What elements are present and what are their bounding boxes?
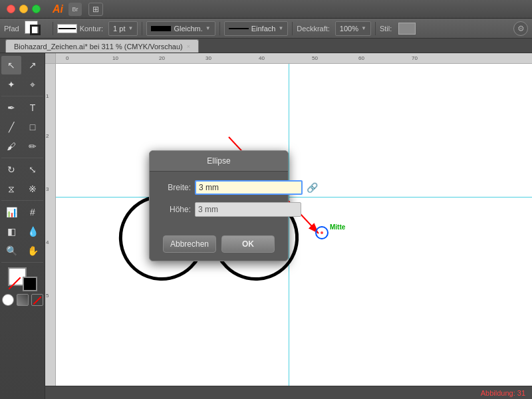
traffic-lights: [7, 5, 41, 13]
ruler-vtick-1: 1: [46, 93, 49, 99]
color-mode-btn[interactable]: [2, 294, 14, 306]
type-tool[interactable]: T: [23, 98, 43, 117]
breite-row: Breite: 🔗: [159, 180, 279, 196]
ruler-corner: [45, 53, 56, 64]
deckkraft-value[interactable]: 100% ▼: [335, 21, 371, 36]
gleichm-selector[interactable]: Gleichm. ▼: [146, 21, 215, 36]
mesh-tool[interactable]: #: [23, 203, 43, 221]
bridge-icon[interactable]: Br: [68, 3, 82, 16]
rotate-tool[interactable]: ↻: [1, 160, 21, 179]
dialog-body: Breite: 🔗 Höhe:: [150, 172, 288, 231]
hand-tool[interactable]: ✋: [23, 241, 43, 260]
scale-tool[interactable]: ⤡: [23, 160, 43, 179]
pencil-tool[interactable]: ✏: [23, 137, 43, 156]
none-mode-btn[interactable]: [31, 294, 43, 306]
none-indicator: [9, 277, 21, 289]
hoehe-input[interactable]: [195, 202, 301, 217]
rect-tool[interactable]: □: [23, 118, 43, 136]
stil-preview[interactable]: [398, 23, 416, 35]
kontur-label: Kontur:: [80, 25, 103, 33]
stil-label: Stil:: [380, 25, 392, 33]
workspace-icon[interactable]: ⊞: [88, 3, 103, 16]
symbol-tool[interactable]: ※: [23, 180, 43, 198]
selection-tool[interactable]: ↖: [1, 56, 21, 74]
canvas-area[interactable]: 0 10 20 30 40 50 60 70 1 2 3 4 5: [45, 53, 532, 399]
breite-label: Breite:: [159, 183, 191, 192]
settings-icon[interactable]: ⚙: [513, 21, 528, 36]
white-canvas: Mitte Ellipse Breite: 🔗 Höhe:: [56, 64, 532, 399]
tabbar: Biohazard_Zeichen.ai* bei 311 % (CMYK/Vo…: [0, 39, 532, 53]
app-logo: Ai: [53, 3, 63, 15]
hoehe-label: Höhe:: [159, 205, 191, 214]
pen-tool[interactable]: ✒: [1, 98, 21, 117]
document-tab[interactable]: Biohazard_Zeichen.ai* bei 311 % (CMYK/Vo…: [5, 39, 199, 53]
fg-bg-boxes[interactable]: [8, 267, 37, 291]
gradient-mode-btn[interactable]: [17, 294, 29, 306]
ruler-vtick-2: 2: [46, 133, 49, 139]
ruler-tick-60: 60: [358, 55, 364, 61]
main-area: ↖ ↗ ✦ ⌖ ✒ T ╱ □ 🖌 ✏ ↻ ⤡ ⧖ ※ 📊 # ◧ 💧 🔍 ✋: [0, 53, 532, 399]
magic-wand-tool[interactable]: ✦: [1, 75, 21, 94]
dialog-buttons: Abbrechen OK: [150, 231, 288, 261]
stroke-color-preview[interactable]: [57, 24, 77, 33]
separator3: [219, 22, 220, 35]
cancel-button[interactable]: Abbrechen: [163, 235, 216, 253]
ruler-vtick-4: 4: [46, 239, 49, 245]
ruler-vtick-3: 3: [46, 186, 49, 192]
hoehe-row: Höhe:: [159, 202, 279, 217]
ruler-tick-30: 30: [205, 55, 211, 61]
ruler-tick-10: 10: [112, 55, 118, 61]
left-toolbar: ↖ ↗ ✦ ⌖ ✒ T ╱ □ 🖌 ✏ ↻ ⤡ ⧖ ※ 📊 # ◧ 💧 🔍 ✋: [0, 53, 45, 399]
tab-title: Biohazard_Zeichen.ai* bei 311 % (CMYK/Vo…: [14, 43, 183, 51]
abbildung-text: Abbildung: 31: [481, 389, 525, 397]
fill-stroke-indicator[interactable]: [25, 19, 46, 38]
dialog-title: Ellipse: [150, 151, 288, 172]
brush-tool[interactable]: 🖌: [1, 137, 21, 156]
blend-tool[interactable]: ⧖: [1, 180, 21, 198]
ruler-vertical: 1 2 3 4 5: [45, 53, 56, 399]
deckkraft-label: Deckkraft:: [297, 25, 330, 33]
color-swatches: [1, 265, 43, 309]
ellipse-dialog: Ellipse Breite: 🔗 Höhe: Abbrechen OK: [149, 150, 289, 261]
titlebar: Ai Br ⊞: [0, 0, 532, 19]
ruler-tick-50: 50: [312, 55, 318, 61]
ruler-tick-20: 20: [159, 55, 165, 61]
ruler-tick-0: 0: [66, 55, 68, 61]
separator4: [292, 22, 293, 35]
separator5: [375, 22, 376, 35]
toolbar: Pfad Kontur: 1 pt ▼ Gleichm. ▼ Einfach ▼…: [0, 19, 532, 39]
ruler-tick-70: 70: [412, 55, 418, 61]
background-color[interactable]: [23, 277, 37, 291]
mitte-label: Mitte: [330, 223, 345, 231]
direct-selection-tool[interactable]: ↗: [23, 56, 43, 74]
ruler-vtick-5: 5: [46, 293, 49, 299]
maximize-button[interactable]: [32, 5, 41, 13]
close-button[interactable]: [7, 5, 15, 13]
lock-icon[interactable]: 🔗: [307, 180, 318, 196]
ok-button[interactable]: OK: [221, 235, 275, 253]
separator1: [53, 22, 53, 35]
column-graph-tool[interactable]: 📊: [1, 203, 21, 221]
pfad-label: Pfad: [4, 25, 19, 33]
eyedropper-tool[interactable]: 💧: [23, 222, 43, 241]
separator2: [142, 22, 142, 35]
minimize-button[interactable]: [19, 5, 28, 13]
statusbar: Abbildung: 31: [45, 386, 532, 399]
einfach-selector[interactable]: Einfach ▼: [224, 21, 289, 36]
tab-close-button[interactable]: ×: [187, 43, 190, 50]
zoom-tool[interactable]: 🔍: [1, 241, 21, 260]
ruler-horizontal: 0 10 20 30 40 50 60 70: [56, 53, 532, 64]
ruler-tick-40: 40: [259, 55, 265, 61]
lasso-tool[interactable]: ⌖: [23, 75, 43, 94]
breite-input[interactable]: [195, 180, 303, 195]
pt-selector[interactable]: 1 pt ▼: [108, 21, 138, 36]
line-tool[interactable]: ╱: [1, 118, 21, 136]
ellipse-cursor: [315, 226, 329, 239]
gradient-tool[interactable]: ◧: [1, 222, 21, 241]
